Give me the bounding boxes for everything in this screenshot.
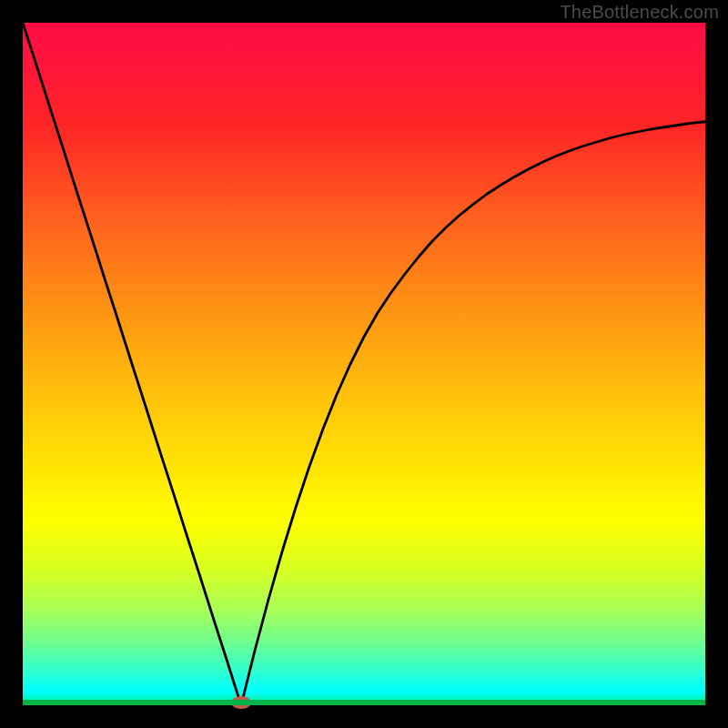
chart-container: TheBottleneck.com (0, 0, 728, 728)
plot-area (23, 23, 705, 705)
chart-svg (23, 23, 705, 705)
watermark-text: TheBottleneck.com (560, 2, 719, 23)
plot-bottom-border (23, 700, 705, 705)
bottleneck-curve (23, 23, 705, 705)
